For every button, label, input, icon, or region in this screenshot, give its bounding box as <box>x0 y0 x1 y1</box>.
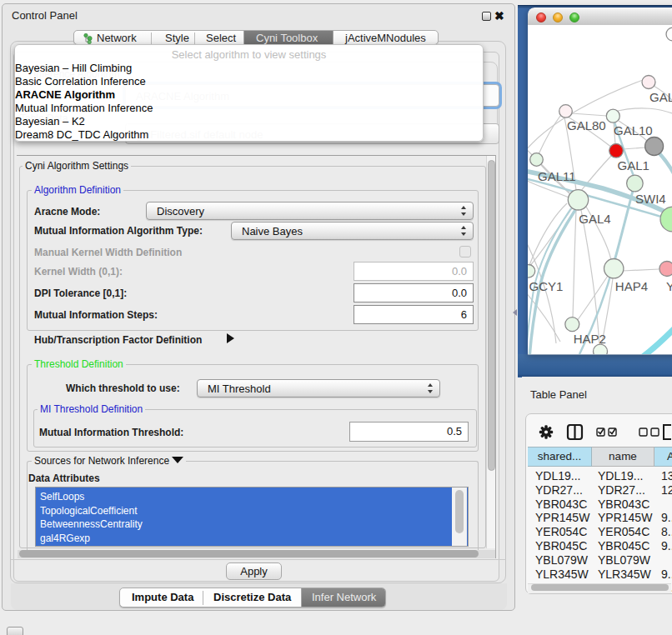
svg-text:HAP4: HAP4 <box>615 279 648 293</box>
svg-text:GAL80: GAL80 <box>567 118 606 132</box>
svg-text:Y: Y <box>666 279 672 293</box>
svg-text:SWI4: SWI4 <box>635 192 666 206</box>
svg-text:GCY1: GCY1 <box>529 279 564 293</box>
svg-text:HAP2: HAP2 <box>574 332 606 346</box>
svg-text:GAL1: GAL1 <box>618 158 649 172</box>
svg-text:GAL10: GAL10 <box>614 123 653 138</box>
svg-text:GAL11: GAL11 <box>538 169 576 183</box>
svg-text:GAL7: GAL7 <box>649 90 672 104</box>
svg-text:GAL4: GAL4 <box>579 212 610 226</box>
